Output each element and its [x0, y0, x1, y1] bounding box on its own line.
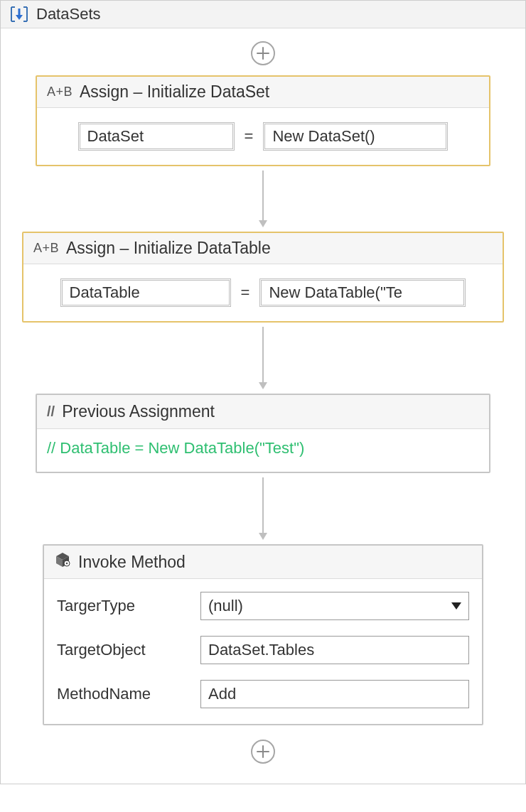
method-name-input[interactable]: Add [200, 680, 469, 708]
activity-header[interactable]: A+B Assign – Initialize DataSet [37, 77, 489, 108]
workflow-sequence[interactable]: DataSets A+B Assign – Initialize DataSet… [0, 0, 526, 784]
assign-activity-initialize-dataset[interactable]: A+B Assign – Initialize DataSet DataSet … [36, 75, 490, 166]
activity-body: DataSet = New DataSet() [37, 108, 489, 165]
activity-header[interactable]: Invoke Method [44, 546, 482, 579]
add-activity-bottom-button[interactable] [251, 740, 275, 764]
target-type-combobox[interactable]: (null) [200, 592, 469, 620]
activity-body: DataTable = New DataTable("Te [23, 264, 503, 321]
comment-text[interactable]: // DataTable = New DataTable("Test") [37, 429, 489, 472]
assign-value-input[interactable]: New DataTable("Te [259, 278, 466, 307]
workflow-title: DataSets [36, 5, 101, 23]
chevron-down-icon [451, 602, 461, 610]
invoke-method-icon [54, 551, 71, 573]
activity-title: Previous Assignment [62, 402, 215, 421]
flow-connector [259, 170, 267, 227]
target-type-row: TargerType (null) [57, 592, 469, 620]
activity-title: Invoke Method [78, 553, 186, 572]
assign-value-input[interactable]: New DataSet() [263, 122, 448, 151]
workflow-body: A+B Assign – Initialize DataSet DataSet … [1, 28, 525, 784]
add-activity-top-button[interactable] [251, 41, 275, 65]
flow-connector [259, 477, 267, 540]
target-object-label: TargetObject [57, 641, 192, 659]
flow-connector [259, 327, 267, 389]
sequence-icon [9, 6, 29, 23]
activity-header[interactable]: // Previous Assignment [37, 395, 489, 429]
activity-title: Assign – Initialize DataTable [66, 239, 271, 258]
target-object-row: TargetObject DataSet.Tables [57, 636, 469, 664]
equals-sign: = [238, 283, 253, 302]
activity-body: TargerType (null) TargetObject DataSet.T… [44, 579, 482, 724]
target-type-value: (null) [208, 597, 243, 615]
target-type-label: TargerType [57, 597, 192, 615]
comment-icon: // [47, 404, 55, 420]
assign-to-input[interactable]: DataTable [60, 278, 231, 307]
target-object-input[interactable]: DataSet.Tables [200, 636, 469, 664]
assign-to-input[interactable]: DataSet [78, 122, 235, 151]
assign-activity-initialize-datatable[interactable]: A+B Assign – Initialize DataTable DataTa… [22, 232, 504, 323]
invoke-method-activity[interactable]: Invoke Method TargerType (null) TargetOb… [43, 544, 483, 725]
assign-icon: A+B [47, 85, 73, 99]
method-name-row: MethodName Add [57, 680, 469, 708]
comment-activity[interactable]: // Previous Assignment // DataTable = Ne… [36, 394, 490, 473]
activity-header[interactable]: A+B Assign – Initialize DataTable [23, 233, 503, 264]
workflow-header[interactable]: DataSets [1, 1, 525, 28]
method-name-label: MethodName [57, 685, 192, 703]
equals-sign: = [242, 127, 257, 146]
assign-icon: A+B [33, 241, 59, 256]
activity-title: Assign – Initialize DataSet [80, 82, 269, 102]
